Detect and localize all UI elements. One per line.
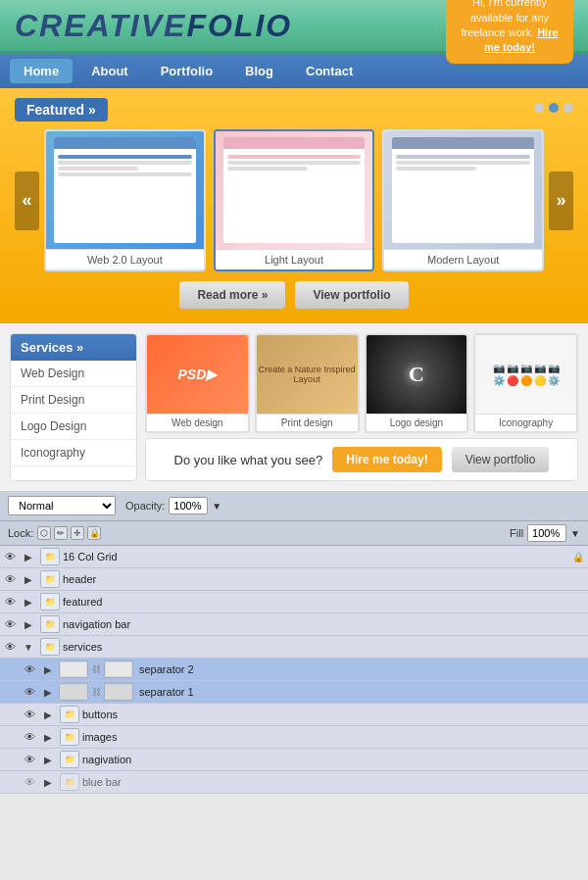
layer-expand-grid[interactable]: ▶ [20, 552, 37, 562]
service-item-printdesign[interactable]: Print Design [11, 387, 136, 414]
service-thumb-web[interactable]: PSD▶ Web design [145, 333, 250, 433]
carousel-container: « Web 2.0 Layout [15, 129, 573, 271]
opacity-arrow[interactable]: ▼ [212, 501, 221, 512]
layer-row-bluebar[interactable]: 👁 ▶ 📁 blue bar [0, 771, 588, 794]
service-thumb-print[interactable]: Create a Nature Inspired Layout Print de… [255, 333, 360, 433]
service-thumb-iconography[interactable]: 📷📷📷📷📷 ⚙️🔴🟠🟡⚙️ Iconography [473, 333, 578, 433]
nav-item-contact[interactable]: Contact [292, 59, 367, 83]
layer-row-grid[interactable]: 👁 ▶ 📁 16 Col Grid 🔒 [0, 546, 588, 568]
logo-area: CREATIVEFOLIO [15, 8, 292, 44]
layer-folder-icon-bluebar: 📁 [60, 773, 79, 791]
lock-transparent-icon[interactable]: ⬡ [37, 526, 51, 540]
lock-all-icon[interactable]: 🔒 [87, 526, 101, 540]
layer-eye-featured[interactable]: 👁 [0, 591, 20, 612]
featured-buttons: Read more » View portfolio [15, 281, 573, 309]
dot-2[interactable] [549, 103, 559, 113]
nav-item-blog[interactable]: Blog [231, 59, 287, 83]
layer-eye-nagivation[interactable]: 👁 [20, 749, 39, 770]
layer-thumb-sep2 [59, 660, 88, 678]
service-thumb-label-logo: Logo design [367, 414, 467, 431]
mini-line [58, 167, 138, 171]
layer-name-grid: 16 Col Grid [63, 551, 568, 562]
nav-item-home[interactable]: Home [10, 59, 73, 83]
layer-expand-header[interactable]: ▶ [20, 574, 37, 585]
mini-header-3 [392, 137, 534, 149]
layer-thumb2-sep2 [104, 660, 133, 678]
layer-eye-header[interactable]: 👁 [0, 568, 20, 590]
layer-eye-buttons[interactable]: 👁 [20, 704, 39, 725]
opacity-label: Opacity: [125, 500, 165, 512]
cta-portfolio-button[interactable]: View portfolio [452, 447, 550, 472]
lock-position-icon[interactable]: ✛ [71, 526, 84, 540]
cta-text: Do you like what you see? [174, 453, 323, 467]
service-item-logodesign[interactable]: Logo Design [11, 414, 136, 440]
layer-expand-sep1[interactable]: ▶ [39, 687, 57, 698]
layer-eye-sep1[interactable]: 👁 [20, 681, 39, 703]
layer-row-services[interactable]: 👁 ▼ 📁 services [0, 636, 588, 659]
site-header: CREATIVEFOLIO Hi, I'm currently availabl… [0, 0, 588, 54]
fill-arrow[interactable]: ▼ [570, 528, 580, 539]
layer-chain-sep2: ⛓ [90, 664, 102, 674]
layer-expand-bluebar[interactable]: ▶ [39, 777, 57, 788]
layer-eye-grid[interactable]: 👁 [0, 546, 20, 567]
layer-expand-nagivation[interactable]: ▶ [39, 755, 57, 765]
layer-expand-buttons[interactable]: ▶ [39, 709, 57, 720]
dot-1[interactable] [534, 103, 544, 113]
read-more-button[interactable]: Read more » [179, 281, 285, 309]
carousel-prev[interactable]: « [15, 171, 39, 230]
layer-row-nagivation[interactable]: 👁 ▶ 📁 nagivation [0, 749, 588, 771]
dot-3[interactable] [564, 103, 573, 113]
view-portfolio-button[interactable]: View portfolio [295, 281, 408, 309]
layer-row-sep2[interactable]: 👁 ▶ ⛓ separator 2 [0, 659, 588, 681]
layer-expand-images[interactable]: ▶ [39, 732, 57, 743]
layer-row-sep1[interactable]: 👁 ▶ ⛓ separator 1 [0, 681, 588, 704]
layer-eye-sep2[interactable]: 👁 [20, 659, 39, 680]
layer-row-images[interactable]: 👁 ▶ 📁 images [0, 726, 588, 749]
cta-hire-button[interactable]: Hire me today! [332, 447, 441, 472]
layer-expand-services[interactable]: ▼ [20, 642, 37, 653]
layer-row-header[interactable]: 👁 ▶ 📁 header [0, 568, 588, 591]
mini-line [58, 155, 192, 159]
carousel-item-2[interactable]: Light Layout [214, 129, 375, 271]
preview-web20 [46, 131, 204, 249]
carousel-label-3: Modern Layout [384, 249, 542, 269]
layer-folder-icon-buttons: 📁 [60, 706, 79, 723]
mini-line [396, 161, 530, 165]
layer-eye-images[interactable]: 👁 [20, 726, 39, 748]
layer-folder-icon-header: 📁 [40, 570, 60, 588]
fill-control: Fill ▼ [510, 524, 580, 542]
nav-item-portfolio[interactable]: Portfolio [147, 59, 226, 83]
layer-expand-featured[interactable]: ▶ [20, 597, 37, 608]
service-thumb-logo[interactable]: C Logo design [365, 333, 469, 433]
logo-part1: CREATIVE [15, 8, 186, 43]
layer-chain-sep1: ⛓ [90, 687, 102, 697]
layer-eye-services[interactable]: 👁 [0, 636, 20, 658]
layer-row-featured[interactable]: 👁 ▶ 📁 featured [0, 591, 588, 613]
layer-eye-bluebar[interactable]: 👁 [20, 771, 39, 793]
layer-eye-navbar[interactable]: 👁 [0, 613, 20, 635]
carousel-label-1: Web 2.0 Layout [46, 249, 204, 269]
featured-badge: Featured » [15, 98, 108, 122]
opacity-input[interactable] [169, 497, 208, 514]
fill-input[interactable] [527, 524, 566, 542]
carousel-next[interactable]: » [549, 171, 573, 230]
layer-expand-sep2[interactable]: ▶ [39, 664, 57, 675]
mini-header-1 [54, 137, 196, 149]
carousel-item-1[interactable]: Web 2.0 Layout [44, 129, 206, 271]
hire-banner[interactable]: Hi, I'm currently available for any free… [446, 0, 573, 64]
lock-image-icon[interactable]: ✏ [54, 526, 68, 540]
lock-control: Lock: ⬡ ✏ ✛ 🔒 [8, 526, 101, 540]
thumb-preview-print: Create a Nature Inspired Layout [257, 335, 358, 414]
service-item-iconography[interactable]: Iconography [11, 440, 136, 466]
carousel-item-3[interactable]: Modern Layout [382, 129, 544, 271]
service-item-webdesign[interactable]: Web Design [11, 361, 136, 387]
nav-item-about[interactable]: About [77, 59, 142, 83]
layer-row-navbar[interactable]: 👁 ▶ 📁 navigation bar [0, 613, 588, 636]
blend-mode-select[interactable]: Normal [8, 496, 116, 515]
layer-expand-navbar[interactable]: ▶ [20, 619, 37, 630]
mini-line [58, 161, 192, 165]
layer-row-buttons[interactable]: 👁 ▶ 📁 buttons [0, 704, 588, 726]
layer-folder-icon-images: 📁 [60, 728, 79, 746]
carousel-items: Web 2.0 Layout Light Layout [44, 129, 544, 271]
layer-lock-grid[interactable]: 🔒 [568, 552, 588, 562]
